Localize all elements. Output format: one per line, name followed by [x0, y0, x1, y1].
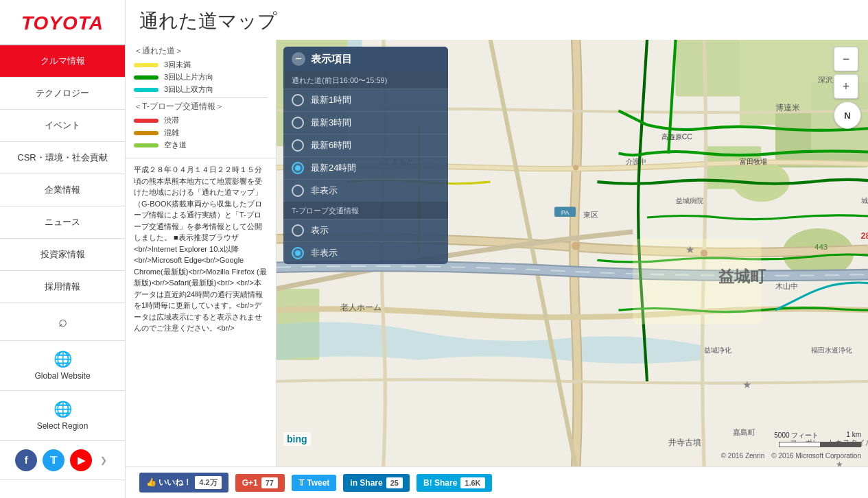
- global-website-label: Global Website: [34, 371, 90, 381]
- legend-item-passed: 3回未満: [134, 60, 268, 70]
- svg-text:介護中: 介護中: [626, 158, 646, 165]
- sidebar-nav: クルマ情報テクノロジーイベントCSR・環境・社会貢献企業情報ニュース投資家情報採…: [0, 45, 125, 303]
- map-container[interactable]: ★ ★ ★ PA 嘉島JCT 益城町 博達米: [277, 40, 868, 466]
- display-panel: − 表示項目 通れた道(前日16:00〜15:59) 最新1時間最新3時間最新6…: [283, 47, 448, 264]
- svg-text:高遊原CC: 高遊原CC: [661, 133, 692, 141]
- sidebar-search[interactable]: ⌕: [0, 303, 125, 341]
- sidebar-nav-item-イベント[interactable]: イベント: [0, 110, 125, 142]
- tprobe-section-title: T-プローブ交通情報: [283, 202, 448, 219]
- scale-bar-right: [820, 442, 860, 447]
- sidebar-nav-item-採用情報[interactable]: 採用情報: [0, 271, 125, 303]
- legend-divider-1: [134, 97, 268, 98]
- scale-label-feet: 5000 フィート: [774, 431, 819, 440]
- sidebar-nav-item-CSR・環境・社会貢献[interactable]: CSR・環境・社会貢献: [0, 142, 125, 174]
- panel-option-passed-最新1時間[interactable]: 最新1時間: [283, 88, 448, 111]
- youtube-social-icon[interactable]: ▶: [70, 449, 92, 471]
- legend-color-swatch: [134, 63, 159, 67]
- legend-color-swatch: [134, 119, 159, 123]
- twitter-share-button[interactable]: 𝕋 Tweet: [292, 475, 336, 491]
- linkedin-label: in Share: [350, 478, 382, 488]
- svg-point-12: [572, 241, 580, 250]
- gp-count: 77: [261, 477, 278, 488]
- compass-button[interactable]: N: [834, 102, 861, 129]
- panel-options-tprobe: 表示非表示: [283, 219, 448, 264]
- radio-button: [292, 247, 304, 259]
- zoom-in-button[interactable]: +: [834, 74, 858, 99]
- radio-button: [292, 139, 304, 152]
- legend-item-passed: 3回以上双方向: [134, 84, 268, 95]
- legend-item-tprobe: 空き道: [134, 140, 268, 150]
- panel-option-passed-最新6時間[interactable]: 最新6時間: [283, 134, 448, 156]
- option-label: 非表示: [311, 247, 338, 259]
- legend-color-swatch: [134, 75, 159, 80]
- display-panel-header: − 表示項目: [283, 47, 448, 71]
- globe-icon: 🌐: [54, 351, 72, 368]
- sidebar-nav-item-クルマ情報[interactable]: クルマ情報: [0, 45, 125, 78]
- svg-text:益城浄化: 益城浄化: [704, 346, 731, 354]
- panel-option-tprobe-非表示[interactable]: 非表示: [283, 241, 448, 264]
- social-more-arrow[interactable]: ❯: [97, 449, 110, 471]
- map-legend-area: ＜通れた道＞ 3回未満3回以上片方向3回以上双方向 ＜T-プローブ交通情報＞ 渋…: [126, 40, 868, 466]
- legend-color-swatch: [134, 88, 159, 92]
- svg-text:28: 28: [861, 231, 868, 241]
- sidebar-nav-item-企業情報[interactable]: 企業情報: [0, 174, 125, 206]
- radio-button: [292, 94, 304, 106]
- brand-name: TOYOTA: [21, 12, 104, 34]
- legend-label: 3回以上双方向: [164, 84, 213, 95]
- panel-option-tprobe-表示[interactable]: 表示: [283, 219, 448, 241]
- panel-option-passed-最新3時間[interactable]: 最新3時間: [283, 111, 448, 134]
- sidebar-select-region[interactable]: 🌐 Select Region: [0, 391, 125, 441]
- toyota-logo: TOYOTA: [0, 0, 125, 45]
- hatena-count: 1.6K: [460, 477, 484, 488]
- radio-button: [292, 117, 304, 129]
- scale-labels: 5000 フィート 1 km: [774, 431, 861, 440]
- radio-button: [292, 185, 304, 197]
- panel-option-passed-最新24時間[interactable]: 最新24時間: [283, 156, 448, 179]
- svg-text:益城病院: 益城病院: [676, 197, 703, 204]
- passed-roads-legend: ＜通れた道＞ 3回未満3回以上片方向3回以上双方向 ＜T-プローブ交通情報＞ 渋…: [126, 40, 276, 158]
- svg-text:443: 443: [814, 243, 828, 251]
- legend-label: 3回以上片方向: [164, 72, 213, 82]
- legend-item-tprobe: 渋滞: [134, 115, 268, 126]
- option-label: 最新6時間: [311, 139, 351, 152]
- legend-tprobe-items: 渋滞混雑空き道: [134, 115, 268, 150]
- scale-bar-left: [779, 442, 820, 447]
- info-text-panel: 平成２８年０４月１４日２２時１５分頃の熊本県熊本地方にて地震影響を受けた地域にお…: [126, 158, 276, 466]
- legend-label: 3回未満: [164, 60, 191, 70]
- zoom-out-button[interactable]: −: [834, 47, 858, 71]
- linkedin-share-button[interactable]: in Share 25: [343, 474, 410, 492]
- panel-option-passed-非表示[interactable]: 非表示: [283, 179, 448, 202]
- bing-logo: bing: [283, 432, 311, 446]
- facebook-share-label: 👍 いいね！: [146, 477, 191, 488]
- svg-text:富田牧場: 富田牧場: [740, 158, 767, 165]
- googleplus-share-button[interactable]: G+1 77: [235, 474, 285, 492]
- content-area: 通れた道マップ ＜通れた道＞ 3回未満3回以上片方向3回以上双方向 ＜T-プロー…: [126, 0, 868, 498]
- svg-text:嘉島町: 嘉島町: [733, 428, 755, 436]
- select-region-label: Select Region: [37, 421, 89, 431]
- page-title: 通れた道マップ: [139, 8, 854, 34]
- sidebar-nav-item-テクノロジー[interactable]: テクノロジー: [0, 78, 125, 110]
- sidebar-nav-item-投資家情報[interactable]: 投資家情報: [0, 239, 125, 271]
- sidebar-nav-item-ニュース[interactable]: ニュース: [0, 206, 125, 239]
- svg-text:★: ★: [685, 244, 694, 255]
- option-label: 非表示: [311, 185, 338, 197]
- page-title-bar: 通れた道マップ: [126, 0, 868, 40]
- svg-point-13: [573, 165, 578, 170]
- scale-label-km: 1 km: [846, 431, 861, 440]
- bing-label: bing: [287, 434, 307, 444]
- svg-text:福田水道浄化: 福田水道浄化: [811, 346, 852, 354]
- option-label: 最新3時間: [311, 117, 351, 129]
- hatena-share-button[interactable]: B! Share 1.6K: [417, 474, 492, 492]
- svg-text:東区: 東区: [583, 211, 598, 219]
- tprobe-legend-title: ＜T-プローブ交通情報＞: [134, 101, 268, 112]
- facebook-share-button[interactable]: 👍 いいね！ 4.2万: [139, 473, 228, 493]
- svg-text:城山: 城山: [860, 197, 868, 204]
- sidebar-global-website[interactable]: 🌐 Global Website: [0, 341, 125, 391]
- collapse-button[interactable]: −: [292, 52, 305, 66]
- scale-bar: [779, 442, 861, 447]
- facebook-social-icon[interactable]: f: [15, 449, 37, 471]
- svg-text:益城町: 益城町: [718, 268, 766, 285]
- twitter-social-icon[interactable]: 𝕋: [43, 449, 64, 471]
- radio-button: [292, 224, 304, 237]
- search-icon: ⌕: [58, 313, 67, 331]
